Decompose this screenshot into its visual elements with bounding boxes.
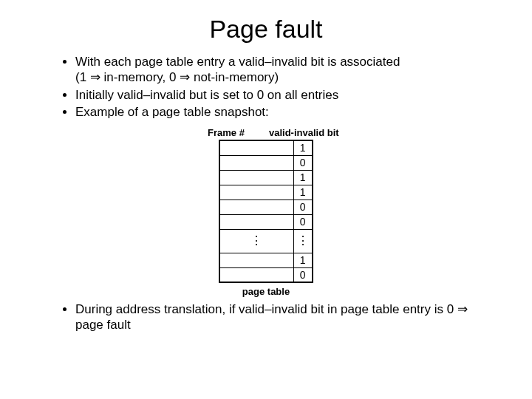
table-headers: Frame # valid-invalid bit xyxy=(189,127,343,138)
bullet-text: With each page table entry a valid–inval… xyxy=(75,55,400,69)
implies-icon: ⇒ xyxy=(90,70,100,84)
bullet-text: in-memory, 0 xyxy=(100,70,180,84)
valid-bit-cell: ⋮ xyxy=(293,229,313,253)
page-table-caption: page table xyxy=(242,286,290,297)
bullet-text: not-in-memory) xyxy=(190,70,279,84)
valid-bit-cell: 0 xyxy=(293,267,313,282)
table-row: ⋮⋮ xyxy=(219,229,313,253)
bullet-item: With each page table entry a valid–inval… xyxy=(75,54,488,86)
table-row: 0 xyxy=(219,214,313,229)
bullet-item: Example of a page table snapshot: xyxy=(75,104,488,120)
bullet-item: During address translation, if valid–inv… xyxy=(75,301,488,333)
page-table-diagram: Frame # valid-invalid bit 101100⋮⋮10 pag… xyxy=(44,127,488,297)
frame-cell xyxy=(219,253,293,267)
frame-cell xyxy=(219,185,293,200)
implies-icon: ⇒ xyxy=(180,70,190,84)
bullet-list-top: With each page table entry a valid–inval… xyxy=(44,54,488,120)
bullet-text: page fault xyxy=(75,318,131,332)
valid-bit-cell: 1 xyxy=(293,140,313,155)
valid-bit-cell: 0 xyxy=(293,214,313,229)
page-table: 101100⋮⋮10 xyxy=(219,140,313,283)
table-row: 1 xyxy=(219,170,313,185)
valid-bit-cell: 1 xyxy=(293,185,313,200)
frame-cell xyxy=(219,155,293,170)
table-row: 1 xyxy=(219,253,313,267)
frame-cell xyxy=(219,267,293,282)
table-row: 0 xyxy=(219,155,313,170)
valid-bit-cell: 1 xyxy=(293,170,313,185)
frame-cell xyxy=(219,200,293,214)
bullet-list-bottom: During address translation, if valid–inv… xyxy=(44,301,488,333)
table-row: 1 xyxy=(219,140,313,155)
frame-cell xyxy=(219,140,293,155)
frame-cell xyxy=(219,170,293,185)
implies-icon: ⇒ xyxy=(457,302,468,316)
table-row: 0 xyxy=(219,200,313,214)
table-row: 0 xyxy=(219,267,313,282)
frame-header: Frame # xyxy=(189,127,263,138)
valid-bit-cell: 0 xyxy=(293,155,313,170)
frame-cell xyxy=(219,214,293,229)
frame-cell: ⋮ xyxy=(219,229,293,253)
page-title: Page fault xyxy=(44,15,488,44)
valid-bit-cell: 1 xyxy=(293,253,313,267)
valid-header: valid-invalid bit xyxy=(269,127,343,138)
bullet-text: During address translation, if valid–inv… xyxy=(75,302,457,316)
bullet-text: (1 xyxy=(75,70,90,84)
bullet-item: Initially valid–invalid but is set to 0 … xyxy=(75,87,488,103)
valid-bit-cell: 0 xyxy=(293,200,313,214)
table-row: 1 xyxy=(219,185,313,200)
